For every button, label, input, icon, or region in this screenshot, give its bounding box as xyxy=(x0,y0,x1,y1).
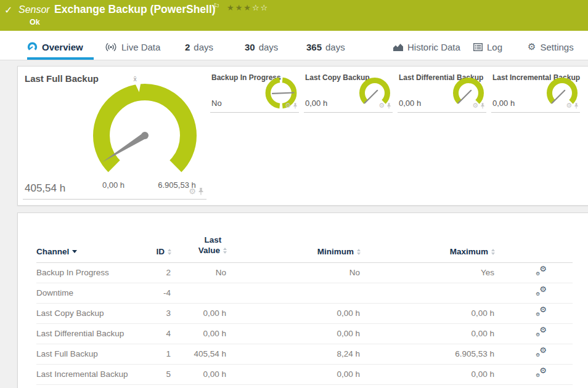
gauge-needle-pivot xyxy=(141,132,149,139)
gauges-panel: Last Full Backup x̄ 0,00 h 6.905,53 h 40… xyxy=(17,66,588,206)
tab-bar: Overview Live Data 2 days 30 days 365 da… xyxy=(0,31,588,60)
gauge-settings-gear-icon[interactable]: ⚙ xyxy=(285,102,291,109)
gauge-settings-gear-icon[interactable]: ⚙ xyxy=(378,102,385,109)
gauge-pin-icon[interactable] xyxy=(574,103,579,109)
flag-icon[interactable]: ⚐ xyxy=(213,2,220,10)
gauge-value: 0,00 h xyxy=(492,99,515,108)
channel-id: 1 xyxy=(141,344,172,364)
channel-last-value: No xyxy=(172,262,227,283)
gauge-pin-icon[interactable] xyxy=(386,103,391,109)
gauge-last-full-backup: Last Full Backup x̄ 0,00 h 6.905,53 h 40… xyxy=(23,71,206,200)
channel-id: 4 xyxy=(141,323,172,344)
channel-id: 2 xyxy=(141,262,172,283)
channel-last-value: 0,00 h xyxy=(172,323,227,344)
channel-last-value xyxy=(172,283,227,303)
stars-empty[interactable]: ☆☆ xyxy=(252,3,269,12)
channel-maximum xyxy=(361,283,496,303)
column-header-minimum[interactable]: Minimum xyxy=(227,233,361,262)
tab-2-days-unit: days xyxy=(194,42,213,52)
gauge-needle xyxy=(552,91,565,103)
tab-live-data-label: Live Data xyxy=(121,42,160,52)
channel-name[interactable]: Last Incremental Backup xyxy=(36,364,141,384)
tab-365-days-unit: days xyxy=(325,42,345,52)
channel-name[interactable]: Last Differential Backup xyxy=(36,323,141,344)
tab-historic-data-label: Historic Data xyxy=(407,42,460,52)
tab-30-days-unit: days xyxy=(259,42,279,52)
gauge-pin-icon[interactable] xyxy=(198,188,204,195)
channel-name[interactable]: Last Full Backup xyxy=(36,344,141,364)
area-chart-icon xyxy=(393,43,403,51)
channel-minimum: 8,24 h xyxy=(227,344,361,364)
channel-name[interactable]: Downtime xyxy=(36,283,141,303)
gauge-last-copy-backup: Last Copy Backup 0,00 h ⚙ xyxy=(304,71,393,113)
sort-descending-icon xyxy=(72,250,77,253)
gauge-pin-icon[interactable] xyxy=(293,103,298,109)
gauge-settings-gear-icon[interactable]: ⚙ xyxy=(189,187,196,195)
column-header-actions xyxy=(496,233,573,262)
sort-icon xyxy=(223,248,227,254)
channel-settings-gears-icon[interactable]: ⚙⚙ xyxy=(536,348,547,358)
channel-settings-gears-icon[interactable]: ⚙⚙ xyxy=(536,267,547,277)
channel-minimum xyxy=(227,283,361,303)
channel-settings-gears-icon[interactable]: ⚙⚙ xyxy=(536,368,547,378)
tab-2-days-number: 2 xyxy=(185,42,190,52)
channel-last-value: 0,00 h xyxy=(172,303,227,323)
channel-id: 5 xyxy=(141,364,172,384)
tab-settings[interactable]: ⚙ Settings xyxy=(528,31,574,60)
tab-log[interactable]: Log xyxy=(473,31,502,60)
priority-stars[interactable]: ★★★☆☆ xyxy=(227,3,269,12)
channel-settings-gears-icon[interactable]: ⚙⚙ xyxy=(536,307,547,317)
channel-id: -4 xyxy=(141,283,172,303)
tab-historic-data[interactable]: Historic Data xyxy=(393,31,460,60)
channel-maximum: 0,00 h xyxy=(361,323,496,344)
log-icon xyxy=(473,43,483,51)
column-header-maximum[interactable]: Maximum xyxy=(361,233,496,262)
gauge-value: No xyxy=(211,99,222,108)
sensor-title: Exchange Backup (PowerShell) xyxy=(54,3,216,16)
gauge-backup-in-progress: Backup In Progress No ⚙ xyxy=(210,71,299,113)
channel-name[interactable]: Last Copy Backup xyxy=(36,303,141,323)
last-full-backup-gauge[interactable]: x̄ 0,00 h 6.905,53 h xyxy=(83,74,206,197)
column-header-channel[interactable]: Channel xyxy=(36,233,141,262)
tab-overview-label: Overview xyxy=(42,42,83,52)
table-row: Last Incremental Backup 5 0,00 h 0,00 h … xyxy=(36,364,573,384)
stars-filled[interactable]: ★★★ xyxy=(227,3,252,12)
tab-365-days[interactable]: 365 days xyxy=(306,31,345,60)
tab-30-days[interactable]: 30 days xyxy=(245,31,278,60)
gauge-last-differential-backup: Last Differential Backup 0,00 h ⚙ xyxy=(398,71,486,113)
sort-icon xyxy=(491,249,496,255)
gear-icon: ⚙ xyxy=(528,41,536,52)
gauge-settings-gear-icon[interactable]: ⚙ xyxy=(566,102,572,109)
tab-overview[interactable]: Overview xyxy=(27,31,94,60)
channel-settings-gears-icon[interactable]: ⚙⚙ xyxy=(536,328,547,337)
tab-365-days-number: 365 xyxy=(306,42,322,52)
channel-settings-gears-icon[interactable]: ⚙⚙ xyxy=(536,287,547,297)
status-ok-check-icon: ✓ xyxy=(4,4,12,16)
channel-id: 3 xyxy=(141,303,172,323)
channel-maximum: Yes xyxy=(361,262,496,283)
tab-live-data[interactable]: Live Data xyxy=(105,31,160,60)
sort-icon xyxy=(168,249,172,255)
channel-minimum: No xyxy=(227,262,361,283)
table-row: Backup In Progress 2 No No Yes ⚙⚙ xyxy=(36,262,573,283)
tab-30-days-number: 30 xyxy=(245,42,255,52)
gauge-needle xyxy=(365,91,378,103)
tab-log-label: Log xyxy=(487,42,502,52)
gauge-scale-min: 0,00 h xyxy=(102,180,125,190)
table-header-row: Channel ID LastValue Minimum Maximum xyxy=(36,233,573,262)
gauge-settings-gear-icon[interactable]: ⚙ xyxy=(472,102,478,109)
channel-name[interactable]: Backup In Progress xyxy=(36,262,141,283)
column-header-last-value[interactable]: LastValue xyxy=(172,233,227,262)
table-row: Last Full Backup 1 405,54 h 8,24 h 6.905… xyxy=(36,344,573,364)
table-row: Last Copy Backup 3 0,00 h 0,00 h 0,00 h … xyxy=(36,303,573,323)
channel-minimum: 0,00 h xyxy=(227,323,361,344)
active-tab-indicator xyxy=(27,57,94,60)
channel-last-value: 0,00 h xyxy=(172,364,227,384)
channel-minimum: 0,00 h xyxy=(227,303,361,323)
channel-table-panel: Channel ID LastValue Minimum Maximum Bac… xyxy=(17,212,588,388)
channel-minimum: 0,00 h xyxy=(227,364,361,384)
tab-2-days[interactable]: 2 days xyxy=(185,31,213,60)
column-header-id[interactable]: ID xyxy=(141,233,172,262)
gauge-pin-icon[interactable] xyxy=(480,103,485,109)
gauge-needle xyxy=(272,93,294,94)
